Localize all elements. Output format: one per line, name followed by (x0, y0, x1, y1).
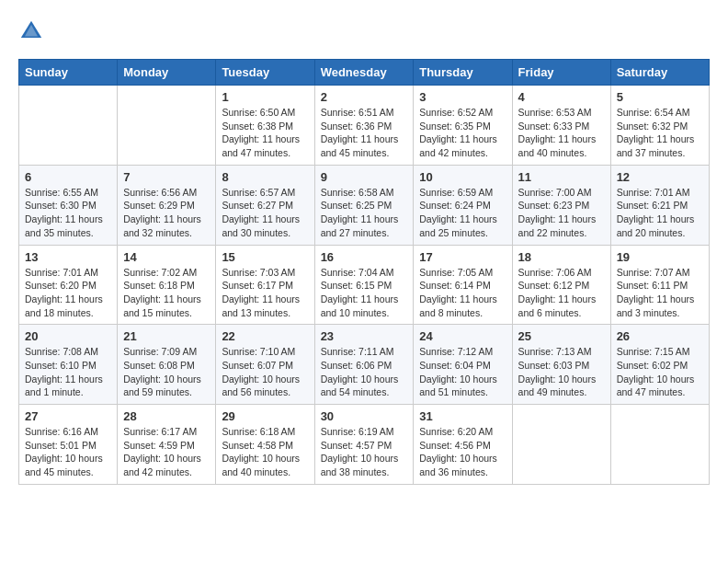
day-header-friday: Friday (512, 60, 610, 86)
day-number: 7 (123, 170, 210, 184)
day-number: 23 (321, 329, 408, 343)
day-content: Sunrise: 6:17 AM Sunset: 4:59 PM Dayligh… (123, 425, 210, 479)
day-number: 27 (25, 409, 111, 423)
calendar-cell: 11Sunrise: 7:00 AM Sunset: 6:23 PM Dayli… (512, 165, 610, 245)
calendar-cell: 22Sunrise: 7:10 AM Sunset: 6:07 PM Dayli… (216, 325, 314, 405)
calendar-table: SundayMondayTuesdayWednesdayThursdayFrid… (18, 59, 710, 485)
day-number: 4 (518, 90, 605, 104)
calendar-cell: 3Sunrise: 6:52 AM Sunset: 6:35 PM Daylig… (414, 86, 512, 166)
day-number: 28 (123, 409, 210, 423)
day-content: Sunrise: 6:52 AM Sunset: 6:35 PM Dayligh… (419, 106, 506, 160)
day-number: 22 (222, 329, 308, 343)
day-content: Sunrise: 6:16 AM Sunset: 5:01 PM Dayligh… (25, 425, 111, 479)
day-number: 26 (617, 329, 703, 343)
calendar-cell: 28Sunrise: 6:17 AM Sunset: 4:59 PM Dayli… (118, 405, 216, 485)
calendar-cell: 9Sunrise: 6:58 AM Sunset: 6:25 PM Daylig… (314, 165, 414, 245)
day-number: 21 (123, 329, 210, 343)
calendar-cell: 16Sunrise: 7:04 AM Sunset: 6:15 PM Dayli… (314, 245, 414, 325)
day-number: 12 (617, 170, 703, 184)
calendar-cell: 13Sunrise: 7:01 AM Sunset: 6:20 PM Dayli… (19, 245, 118, 325)
day-header-wednesday: Wednesday (314, 60, 414, 86)
day-content: Sunrise: 7:10 AM Sunset: 6:07 PM Dayligh… (222, 345, 308, 399)
day-header-sunday: Sunday (19, 60, 118, 86)
calendar-cell (19, 86, 118, 166)
day-content: Sunrise: 7:09 AM Sunset: 6:08 PM Dayligh… (123, 345, 210, 399)
day-header-saturday: Saturday (610, 60, 709, 86)
day-number: 2 (321, 90, 408, 104)
day-content: Sunrise: 6:50 AM Sunset: 6:38 PM Dayligh… (222, 106, 308, 160)
calendar-cell: 29Sunrise: 6:18 AM Sunset: 4:58 PM Dayli… (216, 405, 314, 485)
day-content: Sunrise: 7:04 AM Sunset: 6:15 PM Dayligh… (321, 266, 408, 320)
calendar-cell: 23Sunrise: 7:11 AM Sunset: 6:06 PM Dayli… (314, 325, 414, 405)
day-content: Sunrise: 7:05 AM Sunset: 6:14 PM Dayligh… (419, 266, 506, 320)
day-number: 14 (123, 250, 210, 264)
calendar-cell: 1Sunrise: 6:50 AM Sunset: 6:38 PM Daylig… (216, 86, 314, 166)
day-content: Sunrise: 6:19 AM Sunset: 4:57 PM Dayligh… (321, 425, 408, 479)
page-header (18, 18, 710, 44)
day-number: 30 (321, 409, 408, 423)
day-number: 25 (518, 329, 605, 343)
calendar-cell: 17Sunrise: 7:05 AM Sunset: 6:14 PM Dayli… (414, 245, 512, 325)
calendar-cell: 5Sunrise: 6:54 AM Sunset: 6:32 PM Daylig… (610, 86, 709, 166)
calendar-cell: 26Sunrise: 7:15 AM Sunset: 6:02 PM Dayli… (610, 325, 709, 405)
day-content: Sunrise: 6:18 AM Sunset: 4:58 PM Dayligh… (222, 425, 308, 479)
day-content: Sunrise: 6:56 AM Sunset: 6:29 PM Dayligh… (123, 186, 210, 240)
day-number: 18 (518, 250, 605, 264)
day-number: 16 (321, 250, 408, 264)
logo-icon (18, 18, 44, 44)
day-content: Sunrise: 7:07 AM Sunset: 6:11 PM Dayligh… (617, 266, 703, 320)
day-number: 5 (617, 90, 703, 104)
day-content: Sunrise: 6:57 AM Sunset: 6:27 PM Dayligh… (222, 186, 308, 240)
day-content: Sunrise: 7:11 AM Sunset: 6:06 PM Dayligh… (321, 345, 408, 399)
calendar-cell: 14Sunrise: 7:02 AM Sunset: 6:18 PM Dayli… (118, 245, 216, 325)
day-number: 1 (222, 90, 308, 104)
day-header-monday: Monday (118, 60, 216, 86)
day-content: Sunrise: 6:54 AM Sunset: 6:32 PM Dayligh… (617, 106, 703, 160)
calendar-cell: 20Sunrise: 7:08 AM Sunset: 6:10 PM Dayli… (19, 325, 118, 405)
logo (18, 18, 48, 44)
day-content: Sunrise: 6:51 AM Sunset: 6:36 PM Dayligh… (321, 106, 408, 160)
calendar-cell: 10Sunrise: 6:59 AM Sunset: 6:24 PM Dayli… (414, 165, 512, 245)
calendar-cell: 8Sunrise: 6:57 AM Sunset: 6:27 PM Daylig… (216, 165, 314, 245)
day-number: 31 (419, 409, 506, 423)
calendar-week-row: 13Sunrise: 7:01 AM Sunset: 6:20 PM Dayli… (19, 245, 710, 325)
calendar-cell: 21Sunrise: 7:09 AM Sunset: 6:08 PM Dayli… (118, 325, 216, 405)
day-content: Sunrise: 7:06 AM Sunset: 6:12 PM Dayligh… (518, 266, 605, 320)
day-number: 10 (419, 170, 506, 184)
day-content: Sunrise: 7:00 AM Sunset: 6:23 PM Dayligh… (518, 186, 605, 240)
calendar-cell (118, 86, 216, 166)
day-header-tuesday: Tuesday (216, 60, 314, 86)
calendar-cell: 19Sunrise: 7:07 AM Sunset: 6:11 PM Dayli… (610, 245, 709, 325)
day-number: 15 (222, 250, 308, 264)
calendar-cell: 6Sunrise: 6:55 AM Sunset: 6:30 PM Daylig… (19, 165, 118, 245)
day-content: Sunrise: 6:58 AM Sunset: 6:25 PM Dayligh… (321, 186, 408, 240)
calendar-cell: 12Sunrise: 7:01 AM Sunset: 6:21 PM Dayli… (610, 165, 709, 245)
calendar-cell: 30Sunrise: 6:19 AM Sunset: 4:57 PM Dayli… (314, 405, 414, 485)
day-number: 3 (419, 90, 506, 104)
calendar-cell: 4Sunrise: 6:53 AM Sunset: 6:33 PM Daylig… (512, 86, 610, 166)
calendar-week-row: 20Sunrise: 7:08 AM Sunset: 6:10 PM Dayli… (19, 325, 710, 405)
day-content: Sunrise: 6:55 AM Sunset: 6:30 PM Dayligh… (25, 186, 111, 240)
day-content: Sunrise: 7:08 AM Sunset: 6:10 PM Dayligh… (25, 345, 111, 399)
day-content: Sunrise: 7:01 AM Sunset: 6:20 PM Dayligh… (25, 266, 111, 320)
day-number: 20 (25, 329, 111, 343)
calendar-cell: 15Sunrise: 7:03 AM Sunset: 6:17 PM Dayli… (216, 245, 314, 325)
calendar-cell: 7Sunrise: 6:56 AM Sunset: 6:29 PM Daylig… (118, 165, 216, 245)
day-number: 13 (25, 250, 111, 264)
calendar-cell: 18Sunrise: 7:06 AM Sunset: 6:12 PM Dayli… (512, 245, 610, 325)
day-content: Sunrise: 7:02 AM Sunset: 6:18 PM Dayligh… (123, 266, 210, 320)
calendar-cell: 2Sunrise: 6:51 AM Sunset: 6:36 PM Daylig… (314, 86, 414, 166)
day-header-thursday: Thursday (414, 60, 512, 86)
day-content: Sunrise: 7:15 AM Sunset: 6:02 PM Dayligh… (617, 345, 703, 399)
calendar-cell (610, 405, 709, 485)
day-content: Sunrise: 6:59 AM Sunset: 6:24 PM Dayligh… (419, 186, 506, 240)
day-number: 9 (321, 170, 408, 184)
day-content: Sunrise: 6:20 AM Sunset: 4:56 PM Dayligh… (419, 425, 506, 479)
day-number: 24 (419, 329, 506, 343)
day-number: 6 (25, 170, 111, 184)
day-content: Sunrise: 7:12 AM Sunset: 6:04 PM Dayligh… (419, 345, 506, 399)
calendar-cell: 27Sunrise: 6:16 AM Sunset: 5:01 PM Dayli… (19, 405, 118, 485)
day-number: 17 (419, 250, 506, 264)
calendar-week-row: 1Sunrise: 6:50 AM Sunset: 6:38 PM Daylig… (19, 86, 710, 166)
calendar-week-row: 6Sunrise: 6:55 AM Sunset: 6:30 PM Daylig… (19, 165, 710, 245)
